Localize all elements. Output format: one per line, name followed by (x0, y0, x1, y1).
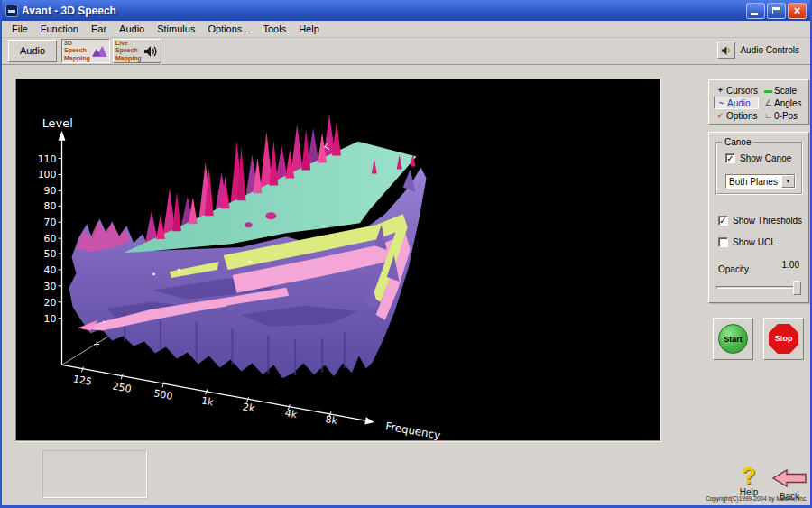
show-ucl-checkbox[interactable] (718, 237, 728, 247)
speaker-icon (143, 45, 158, 58)
display-options-panel: Canoe ✓ Show Canoe Both Planes ▼ ✓ Show … (708, 132, 809, 303)
wave-icon: ~ (715, 98, 727, 107)
zero-pos-icon: ∟ (762, 111, 774, 120)
dropdown-arrow-icon[interactable]: ▼ (781, 175, 795, 188)
show-thresholds-checkbox[interactable]: ✓ (718, 216, 728, 226)
planes-dropdown-value: Both Planes (726, 177, 781, 187)
map3d-line1: 3D (64, 40, 90, 47)
zero-pos-label: 0-Pos (774, 111, 798, 121)
minimize-button[interactable] (746, 3, 765, 19)
x-tick-1k: 1k (200, 394, 215, 408)
live-line1: Live (115, 40, 142, 47)
live-line2: Speech (115, 47, 142, 54)
opacity-slider[interactable] (716, 286, 801, 289)
x-tick-500: 500 (153, 387, 174, 402)
speech-mapping-3d-button[interactable]: 3D Speech Mapping (61, 39, 110, 63)
menu-options[interactable]: Options... (201, 22, 256, 36)
x-tick-125: 125 (72, 373, 93, 387)
menu-file[interactable]: File (5, 22, 34, 36)
back-arrow-icon[interactable] (772, 469, 807, 487)
speech-map-3d-plot: Level 110 100 90 80 70 60 50 40 30 20 10… (15, 79, 660, 441)
menu-function[interactable]: Function (34, 22, 85, 36)
angles-label: Angles (774, 98, 802, 108)
live-line3: Mapping (115, 55, 142, 62)
show-canoe-checkbox[interactable]: ✓ (725, 153, 735, 163)
crosshair-icon: + (715, 86, 726, 95)
y-tick-110: 110 (38, 153, 57, 165)
opacity-label: Opacity (718, 264, 749, 274)
y-tick-90: 90 (44, 185, 57, 197)
view-buttons-panel: + Cursors ▬ Scale ~ Audio ∠ Angles ✓ Opt… (708, 79, 809, 125)
map3d-line2: Speech (64, 47, 90, 54)
copyright-text: Copyright(C)1999-2004 by MedRx, Inc. (706, 495, 807, 502)
cursors-button[interactable]: + Cursors (714, 84, 759, 97)
audio-view-label: Audio (727, 98, 751, 108)
audio-toolbar-button[interactable]: Audio (8, 40, 57, 62)
minimize-icon (751, 13, 758, 15)
app-icon (5, 5, 18, 17)
stop-sign-icon: Stop (769, 324, 798, 354)
menu-ear[interactable]: Ear (85, 22, 113, 36)
canoe-group: Canoe ✓ Show Canoe Both Planes ▼ (715, 142, 802, 194)
audio-controls[interactable]: Audio Controls (717, 42, 799, 59)
cursors-label: Cursors (726, 86, 758, 96)
toolbar: Audio 3D Speech Mapping Live Speech Mapp… (2, 38, 810, 65)
angles-button[interactable]: ∠ Angles (761, 97, 806, 109)
close-button[interactable]: × (788, 3, 807, 19)
help-control[interactable]: ? Help (729, 465, 769, 497)
start-button[interactable]: Start (713, 318, 753, 360)
stop-button[interactable]: Stop (763, 318, 804, 360)
show-canoe-row: ✓ Show Canoe (725, 153, 791, 163)
show-ucl-label: Show UCL (733, 237, 776, 247)
help-icon[interactable]: ? (729, 465, 769, 486)
menu-help[interactable]: Help (292, 22, 326, 36)
show-thresholds-label: Show Thresholds (733, 216, 802, 226)
y-axis-label: Level (42, 116, 73, 130)
y-tick-20: 20 (44, 297, 57, 309)
main-area: Level 110 100 90 80 70 60 50 40 30 20 10… (2, 65, 810, 505)
show-thresholds-row: ✓ Show Thresholds (718, 216, 802, 226)
x-tick-4k: 4k (284, 407, 299, 420)
zero-pos-button[interactable]: ∟ 0-Pos (761, 109, 806, 122)
show-canoe-label: Show Canoe (740, 153, 791, 163)
y-tick-60: 60 (44, 233, 57, 245)
scale-label: Scale (774, 86, 797, 96)
audio-view-button[interactable]: ~ Audio (714, 97, 759, 109)
audio-controls-button[interactable] (717, 42, 735, 59)
status-panel (42, 450, 147, 498)
menu-bar: File Function Ear Audio Stimulus Options… (2, 21, 810, 38)
mountain-3d-icon (92, 45, 107, 58)
angle-icon: ∠ (762, 98, 774, 107)
scale-button[interactable]: ▬ Scale (761, 84, 806, 97)
menu-stimulus[interactable]: Stimulus (151, 22, 201, 36)
check-icon: ✓ (715, 111, 726, 120)
y-tick-70: 70 (44, 217, 57, 228)
window-title: Avant - 3D Speech (22, 5, 116, 17)
start-circle-icon: Start (718, 324, 748, 354)
canoe-group-title: Canoe (722, 137, 753, 147)
y-tick-80: 80 (44, 200, 57, 212)
speech-map-3d-canvas: Level 110 100 90 80 70 60 50 40 30 20 10… (16, 79, 660, 440)
x-tick-2k: 2k (242, 401, 256, 414)
y-tick-10: 10 (44, 313, 57, 325)
transport-panel: Start Stop (708, 314, 809, 365)
restore-icon (772, 7, 780, 14)
y-tick-30: 30 (44, 281, 57, 292)
menu-audio[interactable]: Audio (113, 22, 151, 36)
map3d-line3: Mapping (64, 55, 90, 62)
x-axis-label: Frequency (384, 420, 441, 440)
audio-controls-label: Audio Controls (740, 45, 799, 55)
restore-button[interactable] (767, 3, 786, 19)
y-tick-50: 50 (44, 248, 57, 260)
app-window: Avant - 3D Speech × File Function Ear Au… (0, 0, 812, 508)
live-speech-mapping-button[interactable]: Live Speech Mapping (113, 39, 161, 63)
speaker-icon (721, 45, 733, 56)
scale-bar-icon: ▬ (762, 86, 774, 95)
opacity-slider-thumb[interactable] (793, 281, 801, 295)
menu-tools[interactable]: Tools (256, 22, 292, 36)
y-tick-40: 40 (44, 264, 57, 276)
options-button[interactable]: ✓ Options (714, 109, 759, 122)
x-tick-250: 250 (112, 380, 133, 394)
planes-dropdown[interactable]: Both Planes ▼ (725, 174, 796, 189)
title-bar: Avant - 3D Speech × (2, 0, 810, 21)
